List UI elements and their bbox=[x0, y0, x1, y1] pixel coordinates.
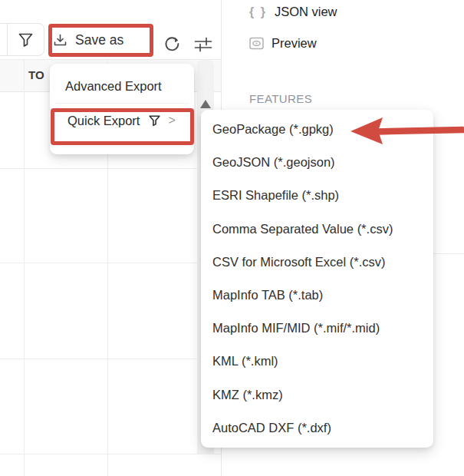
format-label: MapInfo TAB (*.tab) bbox=[212, 288, 323, 302]
table-row-border bbox=[0, 263, 197, 263]
json-braces-icon: { } bbox=[249, 5, 267, 19]
format-label: CSV for Microsoft Excel (*.csv) bbox=[212, 255, 386, 269]
preview-label: Preview bbox=[271, 36, 317, 51]
format-label: GeoPackage (*.gpkg) bbox=[212, 122, 334, 137]
table-row-border bbox=[0, 454, 222, 455]
features-section-header: FEATURES bbox=[249, 92, 312, 105]
filter-button[interactable] bbox=[9, 25, 41, 55]
menu-item-csv-excel[interactable]: CSV for Microsoft Excel (*.csv) bbox=[201, 246, 433, 279]
settings-button[interactable] bbox=[193, 35, 214, 54]
save-as-label: Save as bbox=[75, 32, 123, 48]
json-view-label: JSON view bbox=[275, 5, 337, 19]
save-as-dropdown-menu: Advanced Export Quick Export > bbox=[50, 64, 194, 154]
table-column-header: TO bbox=[28, 68, 44, 81]
menu-item-mapinfo-mifmid[interactable]: MapInfo MIF/MID (*.mif/*.mid) bbox=[201, 312, 433, 345]
download-icon bbox=[54, 34, 67, 47]
format-label: GeoJSON (*.geojson) bbox=[212, 155, 335, 170]
table-column-border bbox=[24, 60, 25, 476]
filter-funnel-icon bbox=[18, 33, 33, 48]
format-label: KMZ (*.kmz) bbox=[212, 388, 283, 402]
menu-item-kmz[interactable]: KMZ (*.kmz) bbox=[201, 378, 433, 412]
format-label: KML (*.kml) bbox=[212, 354, 278, 369]
refresh-button[interactable] bbox=[162, 34, 182, 54]
format-label: Comma Separated Value (*.csv) bbox=[212, 222, 393, 236]
menu-item-advanced-export[interactable]: Advanced Export bbox=[50, 69, 194, 103]
table-row-border bbox=[0, 359, 197, 359]
format-label: MapInfo MIF/MID (*.mif/*.mid) bbox=[212, 321, 380, 336]
save-as-button[interactable]: Save as bbox=[54, 28, 123, 53]
table-row-border bbox=[0, 168, 197, 169]
menu-item-kml[interactable]: KML (*.kml) bbox=[201, 345, 433, 378]
quick-export-submenu: GeoPackage (*.gpkg) GeoJSON (*.geojson) … bbox=[201, 110, 433, 448]
preview-eye-icon bbox=[249, 37, 264, 50]
adjustments-sliders-icon bbox=[194, 37, 212, 52]
refresh-icon bbox=[164, 36, 180, 52]
menu-item-mapinfo-tab[interactable]: MapInfo TAB (*.tab) bbox=[201, 279, 433, 312]
menu-item-quick-export[interactable]: Quick Export > bbox=[50, 104, 194, 137]
menu-item-geojson[interactable]: GeoJSON (*.geojson) bbox=[201, 146, 433, 179]
app-window: TO Save as bbox=[0, 0, 464, 476]
submenu-chevron-icon: > bbox=[168, 114, 175, 127]
format-label: ESRI Shapefile (*.shp) bbox=[212, 188, 339, 203]
menu-item-csv[interactable]: Comma Separated Value (*.csv) bbox=[201, 213, 433, 246]
format-label: AutoCAD DXF (*.dxf) bbox=[212, 421, 331, 435]
sidebar-item-json-view[interactable]: { } JSON view bbox=[249, 5, 337, 19]
scroll-up-icon[interactable] bbox=[200, 100, 211, 108]
menu-item-esri-shapefile[interactable]: ESRI Shapefile (*.shp) bbox=[201, 179, 433, 212]
menu-item-geopackage[interactable]: GeoPackage (*.gpkg) bbox=[201, 113, 433, 146]
filter-funnel-small-icon bbox=[149, 115, 160, 127]
advanced-export-label: Advanced Export bbox=[65, 79, 162, 94]
button-group-separator bbox=[7, 24, 8, 55]
toolbar-divider bbox=[0, 59, 222, 60]
menu-item-autocad-dxf[interactable]: AutoCAD DXF (*.dxf) bbox=[201, 412, 433, 445]
sidebar-item-preview[interactable]: Preview bbox=[249, 36, 317, 51]
quick-export-label: Quick Export bbox=[67, 114, 140, 128]
